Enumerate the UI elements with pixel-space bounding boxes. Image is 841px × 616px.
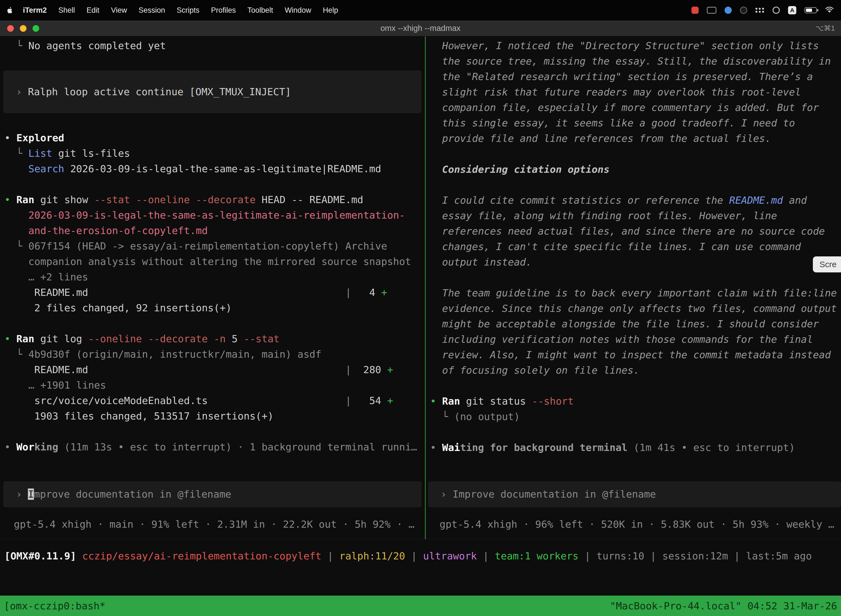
- minimize-window-button[interactable]: [20, 25, 26, 32]
- tmux-panes: └ No agents completed yet› Ralph loop ac…: [0, 37, 841, 539]
- password-manager-icon[interactable]: [772, 7, 780, 14]
- right-prompt-text: › Improve documentation in @filename: [441, 487, 656, 502]
- menu-view[interactable]: View: [105, 6, 133, 14]
- blank-line: [426, 177, 841, 193]
- terminal-line: I could cite commit statistics or refere…: [426, 193, 841, 208]
- recording-indicator-icon[interactable]: [692, 7, 699, 14]
- terminal-line: src/voice/voiceModeEnabled.ts | 54 +: [0, 393, 425, 408]
- terminal-line: essay file, along with finding root file…: [426, 208, 841, 224]
- menu-profiles[interactable]: Profiles: [205, 6, 242, 14]
- left-agent-pane: └ No agents completed yet› Ralph loop ac…: [0, 37, 425, 539]
- terminal-line: README.md | 280 +: [0, 362, 425, 378]
- zoom-window-button[interactable]: [32, 25, 39, 32]
- traffic-lights: [7, 21, 39, 36]
- blank-line: [0, 424, 425, 439]
- menu-session[interactable]: Session: [133, 6, 171, 14]
- terminal-line: … +1901 lines: [0, 378, 425, 393]
- terminal: └ No agents completed yet› Ralph loop ac…: [0, 37, 841, 616]
- terminal-line: provide file and line references from th…: [426, 131, 841, 146]
- menu-edit[interactable]: Edit: [81, 6, 105, 14]
- apps-grid-icon[interactable]: [756, 8, 764, 13]
- tmux-session-label: [omx-cczip0:bash*: [4, 600, 105, 612]
- terminal-line: 2026-03-09-is-legal-the-same-as-legitima…: [0, 208, 425, 223]
- left-status-line: gpt-5.4 xhigh · main · 91% left · 2.31M …: [0, 517, 425, 532]
- terminal-line: └ 067f154 (HEAD -> essay/ai-reimplementa…: [0, 238, 425, 254]
- tmux-host-clock: "MacBook-Pro-44.local" 04:52 31-Mar-26: [610, 600, 837, 612]
- menu-items: iTerm2ShellEditViewSessionScriptsProfile…: [17, 6, 344, 15]
- terminal-line: this single essay, it seems like a good …: [426, 115, 841, 131]
- window-title-bar: omx --xhigh --madmax ⌥⌘1: [0, 21, 841, 37]
- screen: iTerm2ShellEditViewSessionScriptsProfile…: [0, 0, 841, 616]
- terminal-line: of focusing solely on file lines.: [426, 363, 841, 378]
- menu-bar: iTerm2ShellEditViewSessionScriptsProfile…: [0, 0, 841, 21]
- right-status-line: gpt-5.4 xhigh · 96% left · 520K in · 5.8…: [426, 517, 841, 532]
- terminal-line: Considering citation options: [426, 162, 841, 177]
- terminal-line: 2 files changed, 92 insertions(+): [0, 300, 425, 316]
- ralph-loop-banner: › Ralph loop active continue [OMX_TMUX_I…: [3, 70, 422, 113]
- left-prompt-text: › Improve documentation in @filename: [16, 487, 231, 502]
- terminal-line: • Ran git status --short: [426, 393, 841, 409]
- terminal-line: However, I noticed the "Directory Struct…: [426, 38, 841, 54]
- terminal-line: slight risk that future readers may over…: [426, 84, 841, 100]
- battery-icon[interactable]: [804, 7, 817, 13]
- terminal-line: Search 2026-03-09-is-legal-the-same-as-l…: [0, 161, 425, 177]
- terminal-line: companion file, especially if more comme…: [426, 100, 841, 115]
- menu-status-icons: A: [692, 6, 834, 15]
- left-transcript: └ No agents completed yet› Ralph loop ac…: [0, 37, 425, 455]
- right-prompt-input[interactable]: › Improve documentation in @filename: [428, 481, 841, 507]
- left-prompt-input[interactable]: › Improve documentation in @filename: [3, 481, 422, 507]
- terminal-line: companion analysis without altering the …: [0, 254, 425, 269]
- wifi-icon[interactable]: [825, 6, 834, 15]
- terminal-line: references need actual files, and since …: [426, 224, 841, 239]
- window-title: omx --xhigh --madmax: [381, 24, 460, 33]
- blank-line: [426, 378, 841, 393]
- screen-share-popup[interactable]: Scre: [813, 257, 841, 273]
- terminal-line: README.md | 4 +: [0, 285, 425, 300]
- dark-app-icon[interactable]: [740, 7, 747, 14]
- menu-toolbelt[interactable]: Toolbelt: [242, 6, 279, 14]
- menu-window[interactable]: Window: [279, 6, 317, 14]
- tmux-status-bar: [omx-cczip0:bash* "MacBook-Pro-44.local"…: [0, 595, 841, 616]
- terminal-line: including verification notes with those …: [426, 332, 841, 347]
- omx-status-bar: [OMX#0.11.9] cczip/essay/ai-reimplementa…: [0, 548, 841, 564]
- right-transcript: However, I noticed the "Directory Struct…: [426, 37, 841, 455]
- terminal-line: • Ran git show --stat --oneline --decora…: [0, 192, 425, 208]
- terminal-line: might be acceptable alongside the file l…: [426, 316, 841, 332]
- blank-line: [0, 316, 425, 331]
- input-source-icon[interactable]: A: [788, 6, 796, 14]
- close-window-button[interactable]: [7, 25, 14, 32]
- terminal-line: evidence. Since this change only affects…: [426, 301, 841, 316]
- terminal-line: └ 4b9d30f (origin/main, instructkr/main,…: [0, 347, 425, 362]
- terminal-line: • Working (11m 13s • esc to interrupt) ·…: [0, 439, 425, 455]
- terminal-line: The team guideline is to back every impo…: [426, 285, 841, 301]
- terminal-line: changes, I can't cite specific file line…: [426, 239, 841, 254]
- terminal-line: • Waiting for background terminal (1m 41…: [426, 440, 841, 455]
- terminal-line: • Explored: [0, 130, 425, 146]
- blue-app-icon[interactable]: [725, 7, 732, 14]
- apple-logo-icon[interactable]: [7, 7, 13, 14]
- terminal-line: └ (no output): [426, 409, 841, 424]
- blank-line: [0, 177, 425, 192]
- blank-line: [426, 146, 841, 162]
- menu-shell[interactable]: Shell: [53, 6, 81, 14]
- terminal-line: the source tree, missing the essay. Stil…: [426, 54, 841, 69]
- blank-line: [426, 424, 841, 440]
- terminal-line: and-the-erosion-of-copyleft.md: [0, 223, 425, 238]
- terminal-line: the "Related research writing" section i…: [426, 69, 841, 84]
- right-agent-pane: However, I noticed the "Directory Struct…: [426, 37, 841, 539]
- terminal-line: 1903 files changed, 513517 insertions(+): [0, 408, 425, 424]
- tmux-window-shortcut: ⌥⌘1: [816, 24, 835, 32]
- terminal-line: … +2 lines: [0, 269, 425, 285]
- terminal-line: • Ran git log --oneline --decorate -n 5 …: [0, 331, 425, 347]
- terminal-line: └ List git ls-files: [0, 146, 425, 161]
- menu-scripts[interactable]: Scripts: [171, 6, 205, 14]
- menu-help[interactable]: Help: [317, 6, 344, 14]
- blank-line: [426, 270, 841, 285]
- terminal-line: output instead.: [426, 254, 841, 270]
- terminal-line: review. Also, I might want to inspect th…: [426, 347, 841, 363]
- keystroke-overlay-icon[interactable]: [707, 7, 716, 13]
- menu-left: iTerm2ShellEditViewSessionScriptsProfile…: [7, 6, 344, 15]
- terminal-line: └ No agents completed yet: [0, 38, 425, 54]
- menu-iterm2[interactable]: iTerm2: [17, 6, 53, 14]
